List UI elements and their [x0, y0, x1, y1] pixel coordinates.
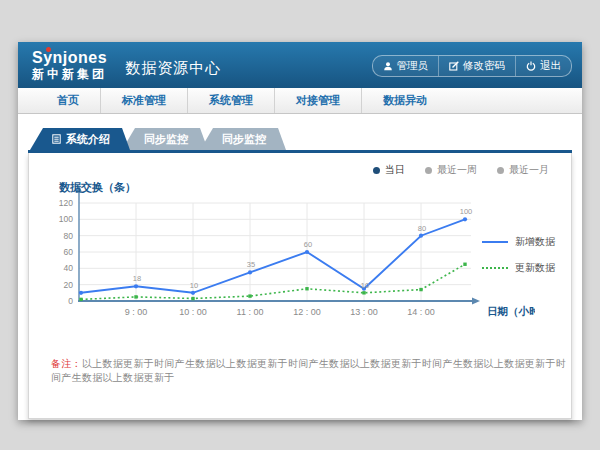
svg-text:11 : 00: 11 : 00 [237, 307, 264, 317]
company-logo[interactable]: Synjones 新中新集团 [32, 50, 107, 80]
radio-last-week-label: 最近一周 [437, 163, 477, 177]
svg-text:13 : 00: 13 : 00 [350, 307, 378, 317]
tab-sync-monitor-2[interactable]: 同步监控 [200, 128, 286, 150]
document-icon [52, 134, 61, 144]
admin-user-button[interactable]: 管理员 [373, 56, 439, 76]
legend-new-data-label: 新增数据 [515, 235, 555, 249]
tab-sync-monitor-1[interactable]: 同步监控 [122, 128, 208, 150]
chart-legend: 新增数据 更新数据 [482, 235, 555, 275]
change-password-label: 修改密码 [463, 59, 505, 73]
svg-text:12 : 00: 12 : 00 [293, 307, 321, 317]
svg-text:35: 35 [247, 260, 255, 269]
desktop-background: Synjones 新中新集团 数据资源中心 管理员 [0, 0, 600, 450]
page-title: 数据资源中心 [125, 59, 221, 78]
logout-label: 退出 [540, 59, 561, 73]
chart-panel: 当日 最近一周 最近一月 0204060801001209 : 0010 : 0… [28, 153, 572, 419]
nav-item-system-mgmt[interactable]: 系统管理 [187, 88, 274, 113]
radio-last-week-dot-icon [425, 167, 432, 174]
footnote-text: 以上数据更新于时间产生数据以上数据更新于时间产生数据以上数据更新于时间产生数据以… [51, 358, 566, 383]
svg-text:10: 10 [361, 281, 369, 290]
legend-item-new-data[interactable]: 新增数据 [482, 235, 555, 249]
svg-text:80: 80 [418, 224, 426, 233]
range-filter-group: 当日 最近一周 最近一月 [29, 153, 571, 177]
browser-page: Synjones 新中新集团 数据资源中心 管理员 [18, 42, 582, 420]
footnote: 备注：以上数据更新于时间产生数据以上数据更新于时间产生数据以上数据更新于时间产生… [51, 357, 571, 385]
svg-text:18: 18 [133, 274, 141, 283]
radio-last-month-dot-icon [497, 167, 504, 174]
radio-last-month[interactable]: 最近一月 [497, 163, 549, 177]
svg-text:120: 120 [59, 198, 73, 208]
logout-button[interactable]: 退出 [515, 56, 571, 76]
app-header: Synjones 新中新集团 数据资源中心 管理员 [18, 42, 582, 88]
legend-update-data-label: 更新数据 [515, 261, 555, 275]
footnote-prefix: 备注： [51, 358, 82, 369]
tab-system-intro[interactable]: 系统介绍 [30, 128, 130, 150]
legend-line-solid-icon [482, 241, 508, 243]
svg-text:40: 40 [64, 263, 74, 273]
edit-icon [449, 61, 459, 71]
power-icon [526, 61, 536, 71]
radio-last-week[interactable]: 最近一周 [425, 163, 477, 177]
svg-text:9 : 00: 9 : 00 [125, 307, 148, 317]
svg-text:10 : 00: 10 : 00 [179, 307, 207, 317]
svg-text:100: 100 [59, 214, 73, 224]
svg-text:14 : 00: 14 : 00 [407, 307, 435, 317]
tab-system-intro-label: 系统介绍 [66, 132, 110, 147]
line-chart: 0204060801001209 : 0010 : 0011 : 0012 : … [29, 179, 571, 331]
user-icon [383, 61, 393, 71]
svg-text:10: 10 [190, 281, 198, 290]
change-password-button[interactable]: 修改密码 [438, 56, 515, 76]
radio-last-month-label: 最近一月 [509, 163, 549, 177]
legend-line-dotted-icon [482, 267, 508, 269]
radio-today-dot-icon [373, 167, 380, 174]
logo-subtitle: 新中新集团 [32, 68, 107, 81]
svg-text:数据交换（条）: 数据交换（条） [58, 181, 136, 194]
chart-canvas: 0204060801001209 : 0010 : 0011 : 0012 : … [35, 179, 535, 331]
nav-item-home[interactable]: 首页 [36, 88, 100, 113]
nav-item-standard-mgmt[interactable]: 标准管理 [100, 88, 187, 113]
logo-wordmark: Synjones [32, 50, 107, 67]
tab-sync-monitor-1-label: 同步监控 [144, 132, 188, 147]
nav-item-interface-mgmt[interactable]: 对接管理 [274, 88, 361, 113]
radio-today[interactable]: 当日 [373, 163, 405, 177]
svg-text:20: 20 [64, 280, 74, 290]
nav-item-data-change[interactable]: 数据异动 [361, 88, 448, 113]
user-toolbar: 管理员 修改密码 退出 [372, 55, 573, 77]
svg-text:100: 100 [460, 207, 473, 216]
svg-text:60: 60 [304, 240, 312, 249]
svg-text:80: 80 [64, 231, 74, 241]
tab-sync-monitor-2-label: 同步监控 [222, 132, 266, 147]
radio-today-label: 当日 [385, 163, 405, 177]
admin-user-label: 管理员 [397, 59, 429, 73]
legend-item-update-data[interactable]: 更新数据 [482, 261, 555, 275]
svg-text:0: 0 [68, 296, 73, 306]
logo-red-dot-icon [46, 47, 51, 52]
tab-bar: 系统介绍 同步监控 同步监控 [28, 128, 572, 153]
svg-text:60: 60 [64, 247, 74, 257]
svg-text:日期（小时）: 日期（小时） [487, 305, 535, 318]
main-nav: 首页 标准管理 系统管理 对接管理 数据异动 [18, 88, 582, 114]
